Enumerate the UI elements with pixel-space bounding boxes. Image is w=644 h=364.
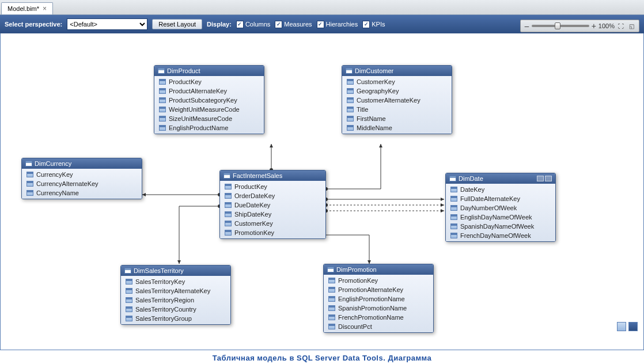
diagram-canvas[interactable]: DimProduct ProductKey ProductAlternateKe… <box>0 33 644 350</box>
header-option-icon[interactable] <box>545 176 552 181</box>
column-row[interactable]: PromotionKey <box>324 276 433 285</box>
zoom-slider[interactable] <box>532 25 589 27</box>
header-option-icon[interactable] <box>537 176 544 181</box>
entity-title: DimDate <box>459 175 483 182</box>
entity-header[interactable]: DimSalesTerritory <box>121 266 230 276</box>
column-row[interactable]: FullDateAlternateKey <box>446 194 555 203</box>
column-row[interactable]: DueDateKey <box>220 200 325 210</box>
fit-to-screen-icon[interactable]: ⛶ <box>617 22 625 30</box>
column-row[interactable]: CustomerAlternateKey <box>342 96 452 105</box>
zoom-in-icon[interactable]: + <box>592 21 596 31</box>
column-icon <box>347 125 354 131</box>
column-icon <box>225 221 232 226</box>
column-row[interactable]: CurrencyAlternateKey <box>22 179 142 188</box>
column-row[interactable]: SalesTerritoryKey <box>121 277 230 286</box>
column-row[interactable]: SalesTerritoryAlternateKey <box>121 286 230 295</box>
column-icon <box>450 205 457 211</box>
column-row[interactable]: GeographyKey <box>342 86 452 96</box>
column-row[interactable]: SpanishDayNameOfWeek <box>446 222 555 231</box>
column-row[interactable]: MiddleName <box>342 123 452 132</box>
check-icon: ✓ <box>362 21 370 28</box>
measures-checkbox[interactable]: ✓Measures <box>275 21 312 28</box>
zoom-thumb[interactable] <box>555 22 560 29</box>
column-row[interactable]: EnglishPromotionName <box>324 294 433 304</box>
entity-dimproduct[interactable]: DimProduct ProductKey ProductAlternateKe… <box>154 65 264 134</box>
column-row[interactable]: SalesTerritoryCountry <box>121 305 230 314</box>
entity-dimpromotion[interactable]: DimPromotion PromotionKey PromotionAlter… <box>323 264 434 333</box>
column-row[interactable]: FrenchDayNameOfWeek <box>446 231 555 240</box>
column-row[interactable]: DayNumberOfWeek <box>446 203 555 213</box>
diagram-view-icon[interactable] <box>628 322 638 331</box>
table-icon <box>25 161 32 166</box>
column-row[interactable]: FrenchPromotionName <box>324 313 433 322</box>
tab-model[interactable]: Model.bim* × <box>1 2 53 14</box>
column-icon <box>126 279 132 285</box>
display-label: Display: <box>207 21 232 28</box>
hierarchies-checkbox[interactable]: ✓Hierarchies <box>317 21 358 28</box>
column-row[interactable]: PromotionKey <box>220 228 325 237</box>
close-icon[interactable]: × <box>43 5 47 12</box>
entity-factinternetsales[interactable]: FactInternetSales ProductKey OrderDateKe… <box>219 170 326 239</box>
entity-dimdate[interactable]: DimDate DateKey FullDateAlternateKey Day… <box>445 173 556 242</box>
perspective-select[interactable]: <Default> <box>67 18 147 30</box>
column-row[interactable]: CurrencyKey <box>22 170 142 179</box>
zoom-out-icon[interactable]: ‒ <box>524 21 529 31</box>
column-row[interactable]: WeightUnitMeasureCode <box>154 105 264 114</box>
column-row[interactable]: PromotionAlternateKey <box>324 285 433 294</box>
column-row[interactable]: ProductSubcategoryKey <box>154 96 264 105</box>
column-row[interactable]: ProductAlternateKey <box>154 86 264 96</box>
entity-header[interactable]: FactInternetSales <box>220 170 325 181</box>
column-row[interactable]: DiscountPct <box>324 322 433 331</box>
column-row[interactable]: CurrencyName <box>22 188 142 198</box>
check-icon: ✓ <box>236 21 244 28</box>
entity-title: FactInternetSales <box>233 172 282 179</box>
entity-header[interactable]: DimProduct <box>154 66 264 76</box>
column-row[interactable]: ProductKey <box>154 77 264 86</box>
column-icon <box>126 297 132 303</box>
column-row[interactable]: DateKey <box>446 185 555 194</box>
column-row[interactable]: ShipDateKey <box>220 210 325 219</box>
column-row[interactable]: CustomerKey <box>342 77 452 86</box>
entity-dimcurrency[interactable]: DimCurrency CurrencyKey CurrencyAlternat… <box>21 158 142 199</box>
column-icon <box>26 172 33 177</box>
tab-bar: Model.bim* × <box>0 0 644 15</box>
column-row[interactable]: SalesTerritoryRegion <box>121 295 230 305</box>
grid-view-icon[interactable] <box>617 322 626 331</box>
column-row[interactable]: ProductKey <box>220 182 325 191</box>
column-icon <box>450 196 457 202</box>
column-row[interactable]: SalesTerritoryGroup <box>121 314 230 323</box>
entity-body: DateKey FullDateAlternateKey DayNumberOf… <box>446 184 555 241</box>
column-icon <box>26 190 33 196</box>
entity-header[interactable]: DimDate <box>446 173 555 184</box>
column-icon <box>159 88 166 94</box>
column-row[interactable]: EnglishProductName <box>154 123 264 132</box>
column-icon <box>159 97 166 103</box>
column-icon <box>26 181 33 187</box>
entity-title: DimPromotion <box>336 266 377 273</box>
column-icon <box>328 305 335 311</box>
columns-checkbox[interactable]: ✓Columns <box>236 21 270 28</box>
column-row[interactable]: CustomerKey <box>220 219 325 228</box>
original-size-icon[interactable]: ◱ <box>627 22 635 30</box>
reset-layout-button[interactable]: Reset Layout <box>152 19 202 29</box>
column-row[interactable]: SpanishPromotionName <box>324 304 433 313</box>
check-icon: ✓ <box>317 21 324 28</box>
entity-header[interactable]: DimCurrency <box>22 158 142 169</box>
column-row[interactable]: SizeUnitMeasureCode <box>154 114 264 123</box>
entity-header[interactable]: DimCustomer <box>342 66 452 76</box>
column-row[interactable]: FirstName <box>342 114 452 123</box>
column-icon <box>159 79 166 85</box>
column-row[interactable]: OrderDateKey <box>220 191 325 200</box>
entity-body: PromotionKey PromotionAlternateKey Engli… <box>324 275 433 332</box>
tab-label: Model.bim* <box>7 5 39 12</box>
table-icon <box>449 176 456 181</box>
column-icon <box>450 223 457 229</box>
entity-dimsalesterritory[interactable]: DimSalesTerritory SalesTerritoryKey Sale… <box>120 265 231 325</box>
entity-header[interactable]: DimPromotion <box>324 264 433 275</box>
column-row[interactable]: Title <box>342 105 452 114</box>
entity-dimcustomer[interactable]: DimCustomer CustomerKey GeographyKey Cus… <box>342 65 452 134</box>
column-row[interactable]: EnglishDayNameOfWeek <box>446 213 555 222</box>
zoom-toolbar: ‒ + 100% ⛶ ◱ <box>520 20 639 32</box>
table-icon <box>327 267 334 272</box>
kpis-checkbox[interactable]: ✓KPIs <box>362 21 385 28</box>
